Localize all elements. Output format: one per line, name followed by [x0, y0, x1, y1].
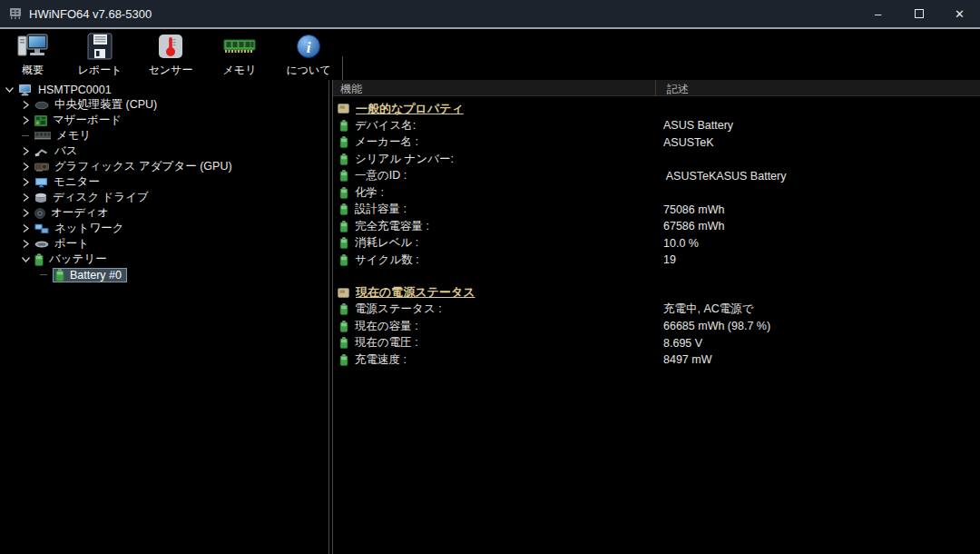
detail-value: 8497 mW — [663, 353, 712, 366]
about-icon — [296, 31, 321, 62]
toolbar-button-report[interactable]: レポート — [71, 31, 129, 78]
toolbar-button-sensor[interactable]: センサー — [142, 31, 200, 78]
detail-value: 75086 mWh — [663, 203, 724, 216]
chevron-right-icon[interactable] — [19, 223, 32, 234]
detail-label: 一意のID : — [355, 168, 407, 183]
detail-value: 充電中, AC電源で — [663, 302, 754, 317]
detail-row-cycle-count: サイクル数 : 19 — [333, 252, 980, 269]
battery-icon — [339, 203, 348, 215]
tree-item-label: ポート — [54, 236, 89, 252]
toolbar-label: 概要 — [22, 63, 44, 78]
app-icon — [9, 7, 22, 20]
tree-item-memory[interactable]: メモリ — [0, 128, 328, 143]
detail-value: ASUS Battery — [663, 119, 733, 132]
battery-icon — [34, 253, 44, 266]
detail-label: 電源ステータス : — [355, 302, 442, 317]
window-controls: – ✕ — [858, 0, 980, 27]
tree-item-label: HSMTPC0001 — [38, 84, 112, 96]
detail-label: 完全充電容量 : — [355, 219, 429, 234]
battery-icon — [339, 187, 348, 199]
chevron-down-icon[interactable] — [19, 253, 32, 265]
section-spacer — [333, 269, 980, 284]
maximize-button[interactable] — [898, 0, 939, 27]
detail-row-power-status: 電源ステータス : 充電中, AC電源で — [333, 302, 980, 319]
section-icon — [338, 288, 349, 298]
section-title: 現在の電源ステータス — [356, 284, 475, 301]
detail-label: 化学 : — [355, 185, 384, 201]
tree-item-battery-0[interactable]: Battery #0 — [0, 267, 328, 282]
detail-value: 8.695 V — [663, 337, 702, 350]
detail-row-chemistry: 化学 : — [333, 184, 980, 202]
detail-value: 67586 mWh — [663, 220, 724, 232]
tree-item-label: バス — [54, 143, 78, 159]
detail-label: 充電速度 : — [355, 352, 407, 368]
chevron-down-icon[interactable] — [3, 84, 15, 95]
device-tree: HSMTPC0001 中央処理装置 (CPU) マザーボード メモリ バス グラ… — [0, 80, 328, 554]
monitor-icon — [34, 177, 48, 188]
toolbar-label: レポート — [78, 63, 122, 78]
tree-item-disk[interactable]: ディスク ドライブ — [0, 190, 328, 205]
tree-item-gpu[interactable]: グラフィックス アダプター (GPU) — [0, 159, 328, 174]
tree-item-label: バッテリー — [49, 252, 107, 267]
column-header-row: 機能 記述 — [333, 80, 980, 96]
battery-icon — [339, 170, 348, 182]
report-icon — [86, 31, 113, 62]
detail-label: 現在の容量 : — [355, 319, 418, 334]
chevron-right-icon[interactable] — [19, 114, 32, 126]
section-header-general: 一般的なプロパティ — [333, 100, 980, 117]
selected-tree-item[interactable]: Battery #0 — [53, 268, 127, 282]
details-rows: 一般的なプロパティ デバイス名: ASUS Battery メーカー名 : AS… — [333, 96, 980, 369]
tree-item-network[interactable]: ネットワーク — [0, 221, 328, 236]
detail-row-manufacturer: メーカー名 : ASUSTeK — [333, 134, 980, 152]
chevron-right-icon[interactable] — [19, 176, 32, 188]
detail-row-device-name: デバイス名: ASUS Battery — [333, 117, 980, 134]
ram-icon — [34, 132, 51, 140]
toolbar-button-memory[interactable]: メモリ — [211, 31, 269, 78]
memory-icon — [223, 31, 256, 62]
tree-item-label: ネットワーク — [54, 221, 123, 236]
chevron-right-icon[interactable] — [19, 207, 32, 219]
close-icon: ✕ — [955, 7, 965, 21]
network-icon — [34, 223, 49, 234]
tree-item-label: マザーボード — [53, 113, 122, 128]
detail-value: 19 — [663, 253, 676, 266]
chevron-right-icon[interactable] — [19, 99, 32, 111]
battery-icon — [339, 354, 348, 366]
tree-item-audio[interactable]: オーディオ — [0, 205, 328, 221]
detail-value: ASUSTeKASUS Battery — [663, 170, 786, 183]
tree-item-cpu[interactable]: 中央処理装置 (CPU) — [0, 97, 328, 113]
chevron-right-icon[interactable] — [19, 238, 32, 250]
toolbar-label: について — [286, 63, 330, 78]
tree-item-battery[interactable]: バッテリー — [0, 252, 328, 267]
audio-icon — [34, 208, 45, 219]
section-title: 一般的なプロパティ — [356, 101, 464, 117]
toolbar-button-overview[interactable]: 概要 — [4, 31, 62, 78]
minimize-button[interactable]: – — [858, 0, 898, 27]
chevron-right-icon[interactable] — [19, 192, 32, 203]
battery-icon — [339, 120, 348, 132]
tree-item-computer[interactable]: HSMTPC0001 — [0, 82, 328, 97]
chevron-right-icon[interactable] — [19, 161, 32, 173]
details-panel: 機能 記述 一般的なプロパティ デバイス名: ASUS Battery メーカー… — [333, 80, 980, 554]
detail-label: 設計容量 : — [355, 202, 407, 217]
tree-item-motherboard[interactable]: マザーボード — [0, 113, 328, 128]
close-button[interactable]: ✕ — [939, 0, 980, 27]
column-header-feature[interactable]: 機能 — [340, 82, 362, 97]
battery-icon — [55, 269, 64, 282]
detail-row-wear-level: 消耗レベル : 10.0 % — [333, 235, 980, 252]
column-header-description[interactable]: 記述 — [667, 82, 689, 97]
toolbar-button-about[interactable]: について — [279, 31, 338, 78]
tree-item-port[interactable]: ポート — [0, 236, 328, 252]
toolbar-label: センサー — [149, 63, 193, 78]
column-separator[interactable] — [655, 80, 656, 96]
section-header-power-status: 現在の電源ステータス — [333, 284, 980, 302]
chevron-right-icon[interactable] — [19, 145, 32, 157]
battery-icon — [339, 303, 348, 315]
tree-connector — [19, 130, 32, 142]
battery-icon — [339, 136, 348, 148]
tree-item-label: Battery #0 — [70, 269, 122, 282]
tree-item-bus[interactable]: バス — [0, 143, 328, 159]
tree-item-monitor[interactable]: モニター — [0, 174, 328, 190]
detail-label: メーカー名 : — [355, 134, 418, 150]
tree-item-label: モニター — [54, 174, 100, 190]
